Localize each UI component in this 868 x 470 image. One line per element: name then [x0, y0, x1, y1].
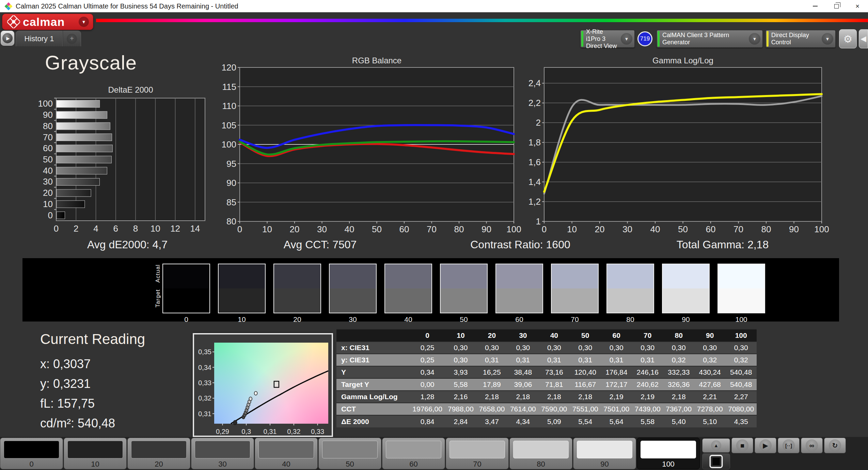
svg-text:10: 10	[43, 199, 53, 209]
stop-button[interactable]: ■	[731, 438, 753, 453]
display-control-label: Direct Display Control	[769, 30, 822, 47]
deltae-bar-0	[57, 212, 65, 219]
column-header: 90	[694, 329, 725, 342]
pattern-level-button-80[interactable]: 80	[509, 438, 572, 469]
actual-swatch	[496, 264, 542, 288]
current-reading-title: Current Reading	[40, 331, 145, 347]
level-swatch	[67, 441, 123, 458]
actual-swatch	[385, 264, 431, 288]
gray-swatch-70	[551, 264, 599, 313]
svg-text:100: 100	[506, 224, 521, 234]
svg-text:RGB Balance: RGB Balance	[352, 57, 401, 65]
cie-chromaticity-panel: 0,350,340,330,320,310,290,30,310,320,33	[193, 333, 333, 437]
pattern-level-button-30[interactable]: 30	[191, 438, 254, 469]
play-button[interactable]: ▶	[755, 438, 776, 453]
svg-text:80: 80	[761, 224, 771, 234]
calman-menu-button[interactable]: calman ▼	[2, 14, 93, 30]
measured-point	[249, 397, 252, 401]
target-swatch	[496, 288, 542, 313]
column-header: 50	[570, 329, 601, 342]
svg-text:30: 30	[622, 224, 632, 234]
restore-icon[interactable]	[826, 0, 847, 12]
pattern-level-button-0[interactable]: 0	[0, 438, 63, 469]
pattern-level-button-90[interactable]: 90	[573, 438, 636, 469]
table-cell: 120,40	[570, 366, 601, 378]
deltae-bar-100	[57, 100, 100, 107]
pattern-generator-dropdown[interactable]: CalMAN Client 3 Pattern Generator ▼	[657, 30, 763, 48]
calman-app-window: Calman 2025 Calman Ultimate for Business…	[0, 0, 868, 470]
pattern-window-button[interactable]	[702, 453, 730, 469]
table-cell: 1,28	[410, 391, 445, 403]
level-swatch	[513, 441, 569, 458]
meter-dropdown[interactable]: X-Rite i1Pro 3 Direct View ▼	[580, 30, 635, 48]
column-header: 40	[539, 329, 570, 342]
level-swatch	[577, 441, 632, 458]
table-cell: 5,09	[539, 415, 570, 427]
svg-text:0: 0	[48, 210, 53, 220]
pattern-level-button-40[interactable]: 40	[255, 438, 318, 469]
svg-text:40: 40	[43, 166, 53, 176]
tab-history-1[interactable]: History 1	[16, 31, 63, 46]
tab-label: History 1	[25, 34, 54, 43]
column-header: 100	[725, 329, 757, 342]
target-row-label: Target	[155, 285, 161, 312]
svg-text:0,31: 0,31	[198, 410, 211, 418]
pattern-level-button-10[interactable]: 10	[64, 438, 127, 469]
pattern-level-button-50[interactable]: 50	[318, 438, 381, 469]
chevron-up-icon: ▲	[711, 440, 721, 451]
svg-text:100: 100	[222, 139, 236, 150]
chevron-down-icon: ▼	[621, 33, 632, 45]
swatch-level-label: 20	[273, 315, 321, 324]
meter-count-badge[interactable]: 719	[637, 31, 652, 46]
column-header: 60	[601, 329, 632, 342]
column-header: 20	[476, 329, 507, 342]
table-cell: 0,30	[725, 342, 757, 354]
level-label: 0	[0, 460, 63, 469]
pattern-level-button-20[interactable]: 20	[127, 438, 190, 469]
table-cell: 4,34	[507, 415, 538, 427]
add-tab-button[interactable]: +	[63, 31, 81, 46]
actual-swatch	[219, 264, 265, 288]
svg-text:90: 90	[482, 224, 491, 234]
svg-text:80: 80	[226, 216, 236, 226]
table-cell: 0,30	[663, 342, 694, 354]
bracket-button[interactable]: [··]	[778, 438, 800, 453]
target-swatch	[607, 288, 653, 313]
target-swatch	[718, 288, 764, 313]
collapse-panel-button[interactable]: ▲	[702, 438, 730, 453]
refresh-button[interactable]: ↻	[824, 438, 846, 453]
level-swatch	[131, 441, 187, 458]
svg-text:1,8: 1,8	[528, 137, 541, 147]
table-cell: 240,62	[632, 378, 663, 391]
pattern-level-button-60[interactable]: 60	[382, 438, 445, 469]
gray-swatch-100	[717, 264, 765, 313]
close-icon[interactable]: ×	[847, 0, 868, 12]
stop-icon: ■	[736, 439, 748, 452]
table-cell: 7614,00	[507, 403, 538, 415]
loop-button[interactable]: ∞	[801, 438, 823, 453]
display-control-dropdown[interactable]: Direct Display Control ▼	[766, 30, 836, 48]
deltae-bar-30	[57, 178, 99, 185]
plus-icon: +	[67, 34, 77, 44]
table-cell: 7080,00	[725, 403, 757, 415]
table-row-y: Y0,343,9316,2538,4873,16120,40176,84246,…	[336, 366, 757, 378]
pattern-level-button-70[interactable]: 70	[446, 438, 509, 469]
table-cell: 0,30	[476, 342, 507, 354]
gray-swatch-80	[606, 264, 654, 313]
collapse-toolbar-button[interactable]: ◀	[859, 29, 868, 48]
minimize-icon[interactable]	[805, 0, 826, 12]
swatch-level-label: 70	[551, 315, 599, 324]
sidebar-expander-button[interactable]: ▶	[1, 31, 14, 46]
svg-text:70: 70	[43, 132, 53, 142]
window-title: Calman 2025 Calman Ultimate for Business…	[16, 2, 238, 10]
pattern-level-button-100[interactable]: 100	[637, 438, 700, 469]
table-cell: 332,33	[663, 366, 694, 378]
settings-button[interactable]: ⚙	[839, 29, 857, 48]
svg-text:110: 110	[222, 101, 236, 111]
svg-text:0,32: 0,32	[198, 394, 211, 402]
table-cell: 2,18	[539, 391, 570, 403]
svg-text:10: 10	[151, 223, 160, 234]
target-swatch	[330, 288, 376, 313]
swatch-level-label: 100	[717, 315, 765, 324]
stat-avg-cct: Avg CCT: 7507	[284, 238, 357, 251]
